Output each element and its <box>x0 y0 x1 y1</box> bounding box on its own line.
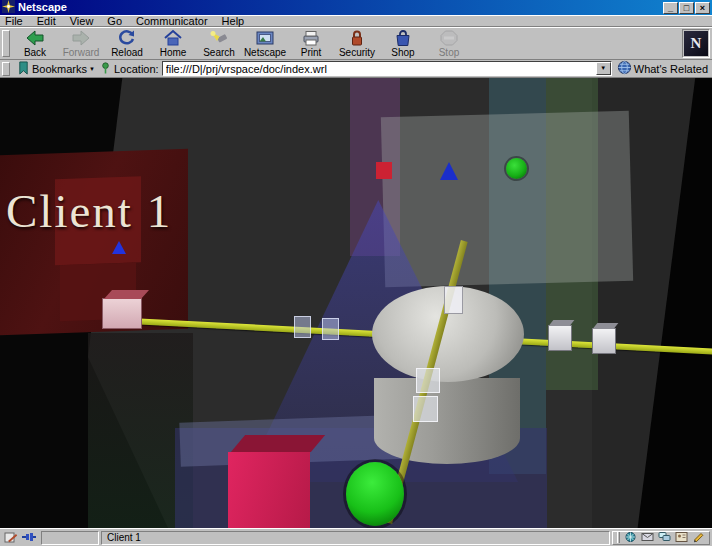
status-doc-icon[interactable] <box>4 531 18 545</box>
reload-icon <box>117 29 137 47</box>
whats-related-button[interactable]: What's Related <box>615 60 710 77</box>
location-bar: Bookmarks ▼ Location: ▼ What's Related <box>0 60 712 78</box>
green-sphere-marker <box>506 158 527 179</box>
shop-button[interactable]: Shop <box>380 29 426 58</box>
discussions-icon[interactable] <box>658 531 671 545</box>
toolbar-grip[interactable] <box>2 30 10 57</box>
search-flashlight-icon <box>209 29 229 47</box>
location-bar-grip[interactable] <box>2 62 10 76</box>
globe-icon <box>617 60 632 77</box>
shopping-bag-icon <box>393 29 413 47</box>
netscape-starburst-icon <box>2 0 15 15</box>
stop-button[interactable]: Stop <box>426 29 472 58</box>
menu-item-help[interactable]: Help <box>215 16 252 26</box>
security-button[interactable]: Security <box>334 29 380 58</box>
location-label: Location: <box>114 63 159 75</box>
translucent-rod-cube <box>294 316 311 338</box>
status-message: Client 1 <box>101 531 610 545</box>
progress-area <box>41 531 99 545</box>
back-arrow-icon <box>25 29 45 47</box>
netscape-frame-icon <box>255 29 275 47</box>
silver-rod-cube <box>548 325 572 351</box>
location-icon[interactable] <box>100 61 111 77</box>
navigator-icon[interactable] <box>624 531 637 545</box>
vrml-viewport[interactable]: Client 1 <box>0 78 712 528</box>
menu-item-edit[interactable]: Edit <box>30 16 63 26</box>
silver-rod-cube-2 <box>592 328 616 354</box>
url-input[interactable] <box>163 63 596 75</box>
back-button[interactable]: Back <box>12 29 58 58</box>
component-bar <box>612 531 710 545</box>
padlock-icon <box>347 29 367 47</box>
reload-button[interactable]: Reload <box>104 29 150 58</box>
overlay-panel <box>381 111 633 287</box>
component-bar-grip[interactable] <box>617 532 620 543</box>
stop-sign-icon <box>439 29 459 47</box>
rod-mid-cube-2 <box>413 396 438 422</box>
menu-item-view[interactable]: View <box>63 16 101 26</box>
online-status-icon[interactable] <box>21 531 37 545</box>
scene-title: Client 1 <box>6 184 286 244</box>
title-bar[interactable]: Netscape _ □ × <box>0 0 712 15</box>
addressbook-icon[interactable] <box>675 531 688 545</box>
menu-item-go[interactable]: Go <box>100 16 129 26</box>
maximize-button[interactable]: □ <box>679 2 694 14</box>
menu-item-file[interactable]: File <box>0 16 30 26</box>
status-bar: Client 1 <box>0 528 712 546</box>
url-field-frame: ▼ <box>162 61 612 76</box>
netscape-window: Netscape _ □ × File Edit View Go Communi… <box>0 0 712 546</box>
mailbox-icon[interactable] <box>641 531 654 545</box>
green-sphere <box>346 462 404 526</box>
forward-button[interactable]: Forward <box>58 29 104 58</box>
pink-cube <box>102 298 142 329</box>
netscape-button[interactable]: Netscape <box>242 29 288 58</box>
status-icons <box>2 531 39 545</box>
print-button[interactable]: Print <box>288 29 334 58</box>
rod-mid-cube <box>416 368 440 393</box>
crimson-cube <box>228 452 310 528</box>
bookmarks-dropdown-icon: ▼ <box>89 66 95 72</box>
gray-cylinder <box>374 378 520 464</box>
window-title: Netscape <box>18 1 660 14</box>
translucent-rod-cube <box>322 318 339 340</box>
forward-arrow-icon <box>71 29 91 47</box>
navigation-toolbar: Back Forward Reload Home Search Netscape… <box>0 27 712 60</box>
bookmarks-icon <box>17 61 30 77</box>
home-button[interactable]: Home <box>150 29 196 58</box>
red-square-marker <box>376 162 392 179</box>
sign-blue-triangle <box>112 241 126 254</box>
netscape-n-logo[interactable]: N <box>684 31 708 56</box>
menu-item-communicator[interactable]: Communicator <box>129 16 215 26</box>
home-icon <box>163 29 183 47</box>
blue-triangle-marker <box>440 162 458 180</box>
search-button[interactable]: Search <box>196 29 242 58</box>
close-button[interactable]: × <box>695 2 710 14</box>
composer-icon[interactable] <box>692 531 705 545</box>
minimize-button[interactable]: _ <box>663 2 678 14</box>
printer-icon <box>301 29 321 47</box>
menu-bar: File Edit View Go Communicator Help <box>0 15 712 27</box>
rod-top-cube <box>444 286 463 314</box>
url-dropdown-button[interactable]: ▼ <box>596 62 611 75</box>
bookmarks-button[interactable]: Bookmarks ▼ <box>15 61 97 77</box>
netscape-logo-frame: N <box>682 29 710 58</box>
